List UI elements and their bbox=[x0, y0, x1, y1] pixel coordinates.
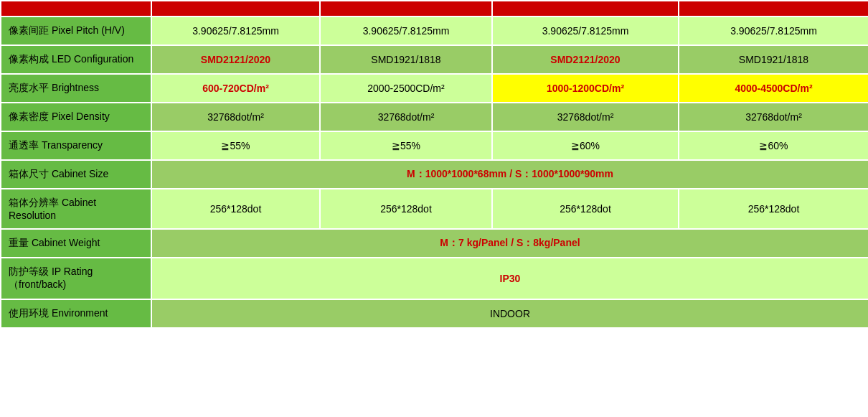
merged-text: M：7 kg/Panel / S：8kg/Panel bbox=[440, 237, 580, 248]
label-ip-rating: 防护等级 IP Rating（front/back) bbox=[1, 258, 151, 299]
merged-environment: INDOOR bbox=[151, 299, 868, 328]
table-row: 重量 Cabinet WeightM：7 kg/Panel / S：8kg/Pa… bbox=[1, 229, 868, 258]
table-row: 像素间距 Pixel Pitch (H/V)3.90625/7.8125mm3.… bbox=[1, 17, 868, 45]
cabinet-resolution-col4: 256*128dot bbox=[679, 189, 868, 229]
transparency-col3: ≧60% bbox=[492, 131, 679, 160]
header-col1 bbox=[151, 1, 320, 17]
table-row: 使用环境 EnvironmentINDOOR bbox=[1, 299, 868, 328]
transparency-col4: ≧60% bbox=[679, 131, 868, 160]
label-pixel-density: 像素密度 Pixel Density bbox=[1, 103, 151, 131]
cabinet-resolution-col1: 256*128dot bbox=[151, 189, 320, 229]
label-cabinet-weight: 重量 Cabinet Weight bbox=[1, 229, 151, 258]
led-config-col3: SMD2121/2020 bbox=[492, 45, 679, 74]
pixel-pitch-col2: 3.90625/7.8125mm bbox=[320, 17, 492, 45]
table-row: 防护等级 IP Rating（front/back)IP30 bbox=[1, 258, 868, 299]
label-led-config: 像素构成 LED Configuration bbox=[1, 45, 151, 74]
led-config-col4: SMD1921/1818 bbox=[679, 45, 868, 74]
cabinet-resolution-col3: 256*128dot bbox=[492, 189, 679, 229]
label-pixel-pitch: 像素间距 Pixel Pitch (H/V) bbox=[1, 17, 151, 45]
merged-cabinet-size: M：1000*1000*68mm / S：1000*1000*90mm bbox=[151, 160, 868, 189]
led-config-col1: SMD2121/2020 bbox=[151, 45, 320, 74]
led-config-col2: SMD1921/1818 bbox=[320, 45, 492, 74]
pixel-density-col3: 32768dot/m² bbox=[492, 103, 679, 131]
header-col2 bbox=[320, 1, 492, 17]
pixel-pitch-col1: 3.90625/7.8125mm bbox=[151, 17, 320, 45]
brightness-col2: 2000-2500CD/m² bbox=[320, 74, 492, 103]
pixel-pitch-col4: 3.90625/7.8125mm bbox=[679, 17, 868, 45]
pixel-density-col1: 32768dot/m² bbox=[151, 103, 320, 131]
table-row: 像素密度 Pixel Density32768dot/m²32768dot/m²… bbox=[1, 103, 868, 131]
header-row bbox=[1, 1, 868, 17]
pixel-density-col4: 32768dot/m² bbox=[679, 103, 868, 131]
merged-text: IP30 bbox=[500, 273, 521, 284]
spec-table: 像素间距 Pixel Pitch (H/V)3.90625/7.8125mm3.… bbox=[0, 0, 868, 329]
table-row: 亮度水平 Brightness600-720CD/m²2000-2500CD/m… bbox=[1, 74, 868, 103]
brightness-col4: 4000-4500CD/m² bbox=[679, 74, 868, 103]
merged-cabinet-weight: M：7 kg/Panel / S：8kg/Panel bbox=[151, 229, 868, 258]
table-row: 像素构成 LED ConfigurationSMD2121/2020SMD192… bbox=[1, 45, 868, 74]
table-row: 箱体分辨率 Cabinet Resolution256*128dot256*12… bbox=[1, 189, 868, 229]
cabinet-resolution-col2: 256*128dot bbox=[320, 189, 492, 229]
header-col3 bbox=[492, 1, 679, 17]
label-cabinet-resolution: 箱体分辨率 Cabinet Resolution bbox=[1, 189, 151, 229]
merged-text: M：1000*1000*68mm / S：1000*1000*90mm bbox=[407, 168, 613, 179]
transparency-col1: ≧55% bbox=[151, 131, 320, 160]
pixel-pitch-col3: 3.90625/7.8125mm bbox=[492, 17, 679, 45]
brightness-col3: 1000-1200CD/m² bbox=[492, 74, 679, 103]
merged-ip-rating: IP30 bbox=[151, 258, 868, 299]
header-label bbox=[1, 1, 151, 17]
pixel-density-col2: 32768dot/m² bbox=[320, 103, 492, 131]
header-col4 bbox=[679, 1, 868, 17]
brightness-col1: 600-720CD/m² bbox=[151, 74, 320, 103]
label-environment: 使用环境 Environment bbox=[1, 299, 151, 328]
table-row: 通透率 Transparency≧55%≧55%≧60%≧60% bbox=[1, 131, 868, 160]
label-brightness: 亮度水平 Brightness bbox=[1, 74, 151, 103]
transparency-col2: ≧55% bbox=[320, 131, 492, 160]
label-transparency: 通透率 Transparency bbox=[1, 131, 151, 160]
table-row: 箱体尺寸 Cabinet SizeM：1000*1000*68mm / S：10… bbox=[1, 160, 868, 189]
label-cabinet-size: 箱体尺寸 Cabinet Size bbox=[1, 160, 151, 189]
